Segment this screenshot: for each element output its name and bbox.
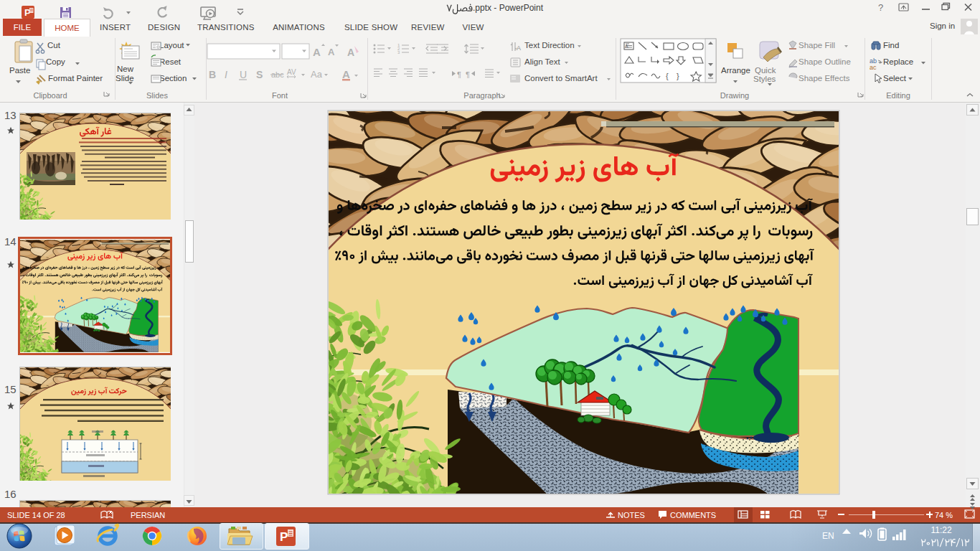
- svg-text:{: {: [666, 72, 669, 80]
- svg-text:A: A: [517, 44, 521, 52]
- svg-text:A: A: [342, 68, 350, 80]
- svg-text:¶: ¶: [457, 70, 461, 79]
- svg-text:I: I: [225, 69, 227, 80]
- svg-text:A: A: [625, 44, 628, 49]
- svg-text:ac: ac: [870, 64, 877, 71]
- svg-text:}: }: [677, 72, 679, 80]
- svg-text:3: 3: [397, 50, 400, 55]
- svg-text:U: U: [240, 69, 247, 80]
- svg-text:AV: AV: [287, 68, 296, 76]
- svg-text:Aa: Aa: [311, 69, 323, 80]
- svg-text:A: A: [347, 47, 354, 58]
- svg-text:P: P: [280, 530, 288, 544]
- svg-text:A: A: [328, 47, 335, 57]
- svg-text:A: A: [313, 46, 321, 58]
- svg-text:B: B: [209, 69, 216, 80]
- svg-text:S: S: [256, 69, 263, 80]
- svg-text:¶: ¶: [466, 70, 470, 79]
